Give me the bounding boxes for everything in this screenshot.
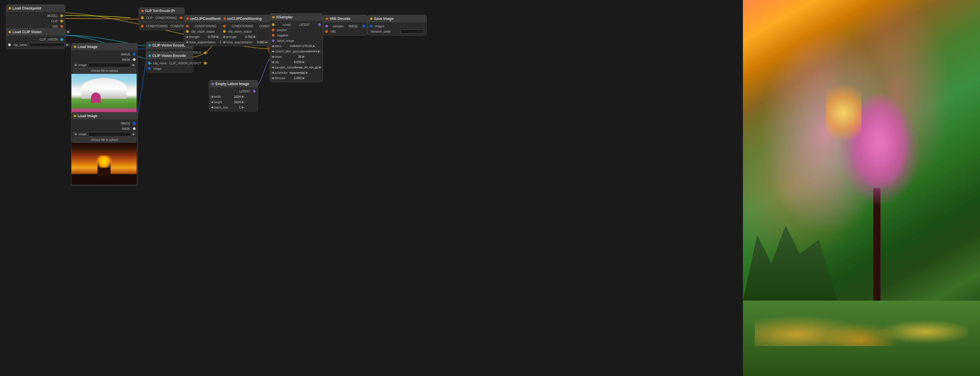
- model-label: MODEL: [47, 14, 58, 18]
- ks-cfg-value: 8.000: [290, 61, 301, 64]
- ks-denoise-prev[interactable]: ◀: [270, 76, 275, 80]
- ksampler-scheduler-row: ◀ scheduler exponential ▶: [270, 70, 323, 75]
- ks-steps-prev[interactable]: ◀: [270, 54, 275, 59]
- checkpoint-clip-output: CLIP: [6, 18, 65, 24]
- uc2-noise-next[interactable]: ▶: [264, 40, 269, 44]
- load-image-2-node: Load Image IMAGE MASK ◀ image sunset.png…: [71, 112, 138, 186]
- el-height-next[interactable]: ▶: [241, 100, 245, 104]
- ksampler-positive-port[interactable]: [272, 29, 275, 32]
- vae-label: VAE: [52, 25, 58, 28]
- uc1-cond-in-port[interactable]: [186, 25, 189, 27]
- ks-denoise-next[interactable]: ▶: [301, 76, 305, 80]
- uc1-noise-prev[interactable]: ◀: [185, 40, 189, 44]
- mask2-out-port[interactable]: [133, 127, 136, 130]
- latent-out-port[interactable]: [253, 90, 256, 93]
- image-2-file-input[interactable]: sunset.png: [88, 132, 131, 136]
- uc2-strength-label: strength: [226, 35, 241, 38]
- cve2-image-port[interactable]: [148, 67, 151, 70]
- ks-cag-next[interactable]: ▶: [317, 49, 321, 53]
- ks-seed-next[interactable]: ▶: [312, 44, 316, 48]
- cve2-clip-port[interactable]: [148, 62, 151, 65]
- save-image-header: Save Image: [368, 15, 426, 22]
- vae-decode-image-out-label: IMAGE: [348, 25, 358, 28]
- image-next-btn[interactable]: ▶: [132, 63, 136, 67]
- load-clip-vision-body: CLIP_VISION clip_name clip_vision_g.safe…: [6, 36, 65, 49]
- node-dot: [186, 18, 189, 20]
- el-batch-prev[interactable]: ◀: [210, 105, 214, 110]
- save-image-in: images: [368, 24, 426, 29]
- clip-name-btn[interactable]: ▶: [65, 43, 70, 47]
- ks-scheduler-prev[interactable]: ◀: [270, 70, 275, 75]
- node-dot: [74, 115, 76, 117]
- clip-port[interactable]: [60, 19, 63, 22]
- ksampler-latent-in-port[interactable]: [272, 39, 275, 42]
- uc1-strength-prev[interactable]: ◀: [185, 35, 189, 39]
- ks-seed-prev[interactable]: ◀: [270, 44, 275, 48]
- uc1-vision-port[interactable]: [186, 30, 189, 33]
- clip-name-in-port[interactable]: [8, 43, 11, 46]
- uc2-strength-prev[interactable]: ◀: [222, 35, 226, 39]
- ksampler-body: model LATENT positive negative latent_im…: [270, 21, 323, 82]
- model-port[interactable]: [60, 14, 63, 17]
- clip-text-body: CLIP CONDITIONING: [139, 14, 185, 22]
- image2-out-port[interactable]: [133, 122, 136, 125]
- clip-text-clip-port[interactable]: [141, 16, 144, 19]
- vae-port[interactable]: [60, 25, 63, 28]
- uc2-noise-prev[interactable]: ◀: [222, 40, 226, 44]
- ksampler-latent-port[interactable]: [318, 23, 321, 26]
- cve2-clip-in: clip_vision CLIP_VISION_OUTPUT: [146, 61, 193, 66]
- vae-decode-vae-port[interactable]: [325, 30, 328, 33]
- uc2-strength-next[interactable]: ▶: [253, 35, 257, 39]
- choose-file-2-btn[interactable]: choose file to upload: [73, 137, 136, 142]
- clip-text-out-port[interactable]: [180, 16, 183, 19]
- cve1-out-port[interactable]: [204, 51, 207, 54]
- image2-next-btn[interactable]: ▶: [132, 132, 136, 136]
- el-height-prev[interactable]: ◀: [210, 100, 214, 104]
- image-prev-btn[interactable]: ◀: [73, 63, 77, 67]
- save-images-port[interactable]: [369, 25, 372, 27]
- ks-cfg-prev[interactable]: ◀: [270, 60, 275, 64]
- ks-sampler-next[interactable]: ▶: [318, 65, 322, 69]
- clip-label: CLIP: [51, 19, 58, 23]
- el-width-prev[interactable]: ◀: [210, 95, 214, 99]
- el-batch-next[interactable]: ▶: [241, 105, 245, 110]
- image2-prev-btn[interactable]: ◀: [73, 132, 77, 136]
- uc2-cond-in-port[interactable]: [223, 25, 226, 27]
- ksampler-negative-port[interactable]: [272, 34, 275, 37]
- load-clip-vision-title: Load CLIP Vision: [13, 30, 41, 34]
- cve2-out-port[interactable]: [204, 62, 207, 65]
- uc2-strength-value: 0.750: [241, 35, 253, 38]
- czo-in-port[interactable]: [141, 25, 144, 27]
- clip-vision-encode-2-node: CLIP Vision Encode clip_vision CLIP_VISI…: [146, 52, 193, 73]
- ks-cag-prev[interactable]: ◀: [270, 49, 275, 53]
- vae-decode-samples-port[interactable]: [325, 25, 328, 27]
- uc1-strength-next[interactable]: ▶: [215, 35, 220, 39]
- save-filename-input[interactable]: ComfyUI: [400, 29, 424, 34]
- clip-name-input[interactable]: clip_vision_g.safetensors: [29, 43, 65, 47]
- node-dot: [9, 7, 11, 10]
- image-out-port[interactable]: [133, 53, 136, 56]
- mask-out-port[interactable]: [133, 58, 136, 61]
- clip-vision-port[interactable]: [60, 38, 63, 41]
- clip-name-label: clip_name: [13, 43, 27, 46]
- ksampler-positive-label: positive: [277, 29, 287, 32]
- ks-steps-value: 26: [290, 55, 301, 58]
- el-width-next[interactable]: ▶: [241, 95, 245, 99]
- ksampler-model-port[interactable]: [272, 23, 275, 26]
- ks-scheduler-next[interactable]: ▶: [305, 70, 309, 75]
- choose-file-1-btn[interactable]: choose file to upload: [73, 68, 136, 73]
- ks-cfg-next[interactable]: ▶: [301, 60, 305, 64]
- image2-out-label: IMAGE: [121, 122, 130, 125]
- load-image-2-mask-out: MASK: [72, 126, 137, 131]
- uc2-vision-port[interactable]: [223, 30, 226, 33]
- ksampler-seed-row: ◀ seed 133632471276133 ▶: [270, 43, 323, 49]
- vae-decode-title: VAE Decode: [329, 17, 350, 21]
- uc1-title: unCLIPConditioning: [190, 17, 224, 21]
- ckpt-name-btn[interactable]: ▶: [66, 30, 70, 34]
- checkpoint-model-output: MODEL: [6, 13, 65, 18]
- empty-latent-node: Empty Latent Image LATENT ◀ width 1024 ▶…: [209, 80, 258, 112]
- image-1-file-input[interactable]: mountains.png: [88, 63, 131, 67]
- vae-decode-out-port[interactable]: [363, 25, 365, 27]
- ks-sampler-prev[interactable]: ◀: [270, 65, 275, 69]
- ks-steps-next[interactable]: ▶: [301, 54, 305, 59]
